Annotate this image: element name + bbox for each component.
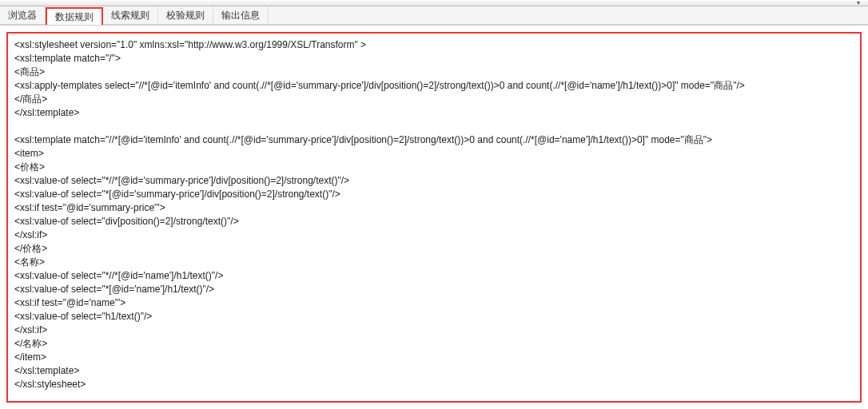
code-line: <xsl:value-of select="*[@id='summary-pri…	[14, 189, 340, 200]
code-line: <item>	[14, 148, 44, 159]
tab-browser[interactable]: 浏览器	[0, 6, 46, 24]
code-line: <xsl:value-of select="h1/text()"/>	[14, 311, 152, 322]
xsl-code-panel[interactable]: <xsl:stylesheet version="1.0" xmlns:xsl=…	[6, 32, 862, 403]
code-line: <商品>	[14, 66, 45, 77]
tab-check-rule[interactable]: 校验规则	[158, 6, 213, 24]
dropdown-icon[interactable]: ▾	[857, 0, 860, 6]
code-line: <xsl:if test="@id='summary-price'">	[14, 202, 165, 213]
code-line: <xsl:value-of select="div[position()=2]/…	[14, 216, 239, 227]
tab-clue-rule[interactable]: 线索规则	[103, 6, 158, 24]
code-line: </xsl:if>	[14, 324, 47, 336]
code-line: </xsl:if>	[14, 229, 47, 240]
code-line: </价格>	[14, 243, 47, 254]
code-line: <xsl:template match="/">	[14, 53, 121, 64]
code-line: <xsl:value-of select="*//*[@id='summary-…	[14, 175, 349, 186]
code-line: <xsl:if test="@id='name'">	[14, 297, 125, 308]
tabs-bar: 浏览器 数据规则 线索规则 校验规则 输出信息	[0, 6, 868, 26]
code-line: </xsl:template>	[14, 365, 79, 376]
code-line: <xsl:value-of select="*[@id='name']/h1/t…	[14, 284, 214, 295]
content-area: <xsl:stylesheet version="1.0" xmlns:xsl=…	[0, 26, 868, 409]
code-line: <价格>	[14, 161, 45, 173]
tab-data-rule[interactable]: 数据规则	[46, 7, 103, 25]
top-toolbar: ▾	[0, 0, 868, 6]
code-line: <xsl:stylesheet version="1.0" xmlns:xsl=…	[14, 39, 366, 50]
code-line: <名称>	[14, 256, 45, 268]
code-line: </名称>	[14, 338, 47, 349]
code-line: <xsl:apply-templates select="//*[@id='it…	[14, 80, 745, 91]
code-line: </item>	[14, 351, 46, 363]
code-line: </商品>	[14, 93, 47, 105]
code-line: <xsl:value-of select="*//*[@id='name']/h…	[14, 270, 223, 281]
tab-output-info[interactable]: 输出信息	[213, 6, 269, 24]
code-line: </xsl:stylesheet>	[14, 379, 86, 390]
code-line: <xsl:template match="//*[@id='itemInfo' …	[14, 134, 712, 145]
code-line: </xsl:template>	[14, 107, 79, 118]
